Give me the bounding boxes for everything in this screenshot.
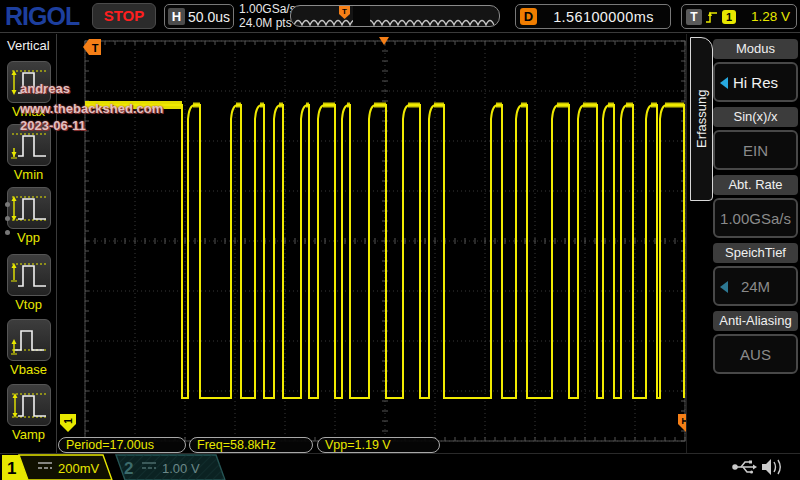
- channel1-offset-marker-icon[interactable]: 1: [60, 414, 76, 432]
- menu-item-2[interactable]: Abt. Rate 1.00GSa/s: [713, 175, 798, 238]
- menu-item-vmin[interactable]: Vmin: [0, 124, 57, 182]
- left-menu-title: Vertical: [7, 38, 50, 53]
- sample-rate-value: 1.00GSa/s: [239, 2, 296, 16]
- menu-scroll-dots: [5, 202, 10, 244]
- acquire-menu: Erfassung Modus Hi Res Sin(x)/x EIN Abt.…: [686, 34, 800, 453]
- position-squiggle: [291, 6, 499, 27]
- measurement-freq[interactable]: Freq=58.8kHz: [189, 437, 313, 453]
- menu-item-vmax[interactable]: Vmax: [0, 61, 57, 119]
- trigger-level-value: 1.28 V: [739, 9, 792, 24]
- menu-item-4[interactable]: Anti-Aliasing AUS: [713, 311, 798, 374]
- menu-item-label: Sin(x)/x: [713, 107, 798, 127]
- trigger-slope-icon: [705, 8, 719, 25]
- menu-item-0[interactable]: Modus Hi Res: [713, 39, 798, 102]
- vmax-icon: [9, 65, 49, 99]
- menu-label: Vtop: [0, 297, 57, 312]
- trigger-status-box[interactable]: T 1 1.28 V: [681, 4, 797, 29]
- ch2-scale: 1.00 V: [162, 461, 200, 476]
- menu-item-value[interactable]: 1.00GSa/s: [713, 198, 798, 238]
- vtop-icon: [9, 258, 49, 292]
- ch1-scale: 200mV: [58, 461, 100, 476]
- menu-label: Vbase: [0, 362, 57, 377]
- svg-text:T: T: [92, 42, 99, 54]
- menu-item-value[interactable]: EIN: [713, 130, 798, 170]
- beeper-icon: [762, 459, 780, 475]
- svg-text:1: 1: [7, 459, 16, 478]
- timebase-value: 50.0us: [185, 9, 233, 25]
- menu-item-value[interactable]: AUS: [713, 334, 798, 374]
- trigger-source-badge: 1: [722, 10, 736, 24]
- waveform-position-bar[interactable]: T: [290, 5, 500, 27]
- selected-arrow-icon: [720, 77, 728, 89]
- rigol-logo: RIGOL: [5, 2, 79, 31]
- menu-item-label: SpeichTief: [713, 243, 798, 263]
- vpp-icon: [9, 191, 49, 225]
- menu-item-value[interactable]: Hi Res: [713, 62, 798, 102]
- delay-label: D: [520, 8, 537, 25]
- horizontal-label: H: [168, 8, 185, 25]
- svg-text:1: 1: [63, 418, 74, 424]
- menu-item-vtop[interactable]: Vtop: [0, 254, 57, 312]
- vmin-icon: [9, 128, 49, 162]
- channel1-indicator[interactable]: 1 200mV: [2, 455, 112, 480]
- run-stop-status[interactable]: STOP: [92, 3, 156, 29]
- menu-item-value[interactable]: 24M: [713, 266, 798, 306]
- top-status-bar: RIGOL STOP H 50.0us 1.00GSa/s 24.0M pts …: [0, 0, 800, 33]
- trigger-delay-box[interactable]: D 1.56100000ms: [515, 4, 671, 29]
- menu-item-label: Modus: [713, 39, 798, 59]
- menu-item-label: Anti-Aliasing: [713, 311, 798, 331]
- menu-label: Vamp: [0, 427, 57, 442]
- menu-label: Vmin: [0, 167, 57, 182]
- trigger-label: T: [686, 9, 702, 25]
- delay-value: 1.56100000ms: [537, 9, 670, 25]
- position-trigger-flag-icon: T: [338, 6, 351, 19]
- menu-label: Vmax: [0, 104, 57, 119]
- menu-item-vbase[interactable]: Vbase: [0, 319, 57, 377]
- usb-icon: [733, 461, 757, 474]
- oscilloscope-screen: RIGOL STOP H 50.0us 1.00GSa/s 24.0M pts …: [0, 0, 800, 480]
- menu-item-1[interactable]: Sin(x)/x EIN: [713, 107, 798, 170]
- channel-status-bar: 1 200mV 2 1.00 V: [0, 453, 800, 480]
- svg-text:T: T: [342, 7, 347, 16]
- menu-item-label: Abt. Rate: [713, 175, 798, 195]
- sample-rate-block: 1.00GSa/s 24.0M pts: [239, 2, 296, 30]
- measurement-period[interactable]: Period=17.00us: [58, 437, 186, 453]
- svg-text:2: 2: [124, 459, 133, 478]
- waveform-display: T 1 T: [58, 34, 686, 453]
- menu-item-vamp[interactable]: Vamp: [0, 384, 57, 442]
- menu-tab-erfassung[interactable]: Erfassung: [690, 37, 713, 201]
- position-window-notch: [353, 6, 370, 27]
- scope-graticule: T 1 T: [58, 34, 698, 454]
- memory-depth-value: 24.0M pts: [239, 16, 296, 30]
- vamp-icon: [9, 388, 49, 422]
- horizontal-timebase-box[interactable]: H 50.0us: [164, 4, 234, 29]
- selected-arrow-icon: [720, 281, 728, 293]
- measurement-vpp[interactable]: Vpp=1.19 V: [317, 437, 440, 453]
- vbase-icon: [9, 323, 49, 357]
- channel2-indicator[interactable]: 2 1.00 V: [116, 455, 225, 480]
- vertical-measure-menu: Vertical Vmax Vmin: [0, 34, 57, 453]
- menu-item-3[interactable]: SpeichTief 24M: [713, 243, 798, 306]
